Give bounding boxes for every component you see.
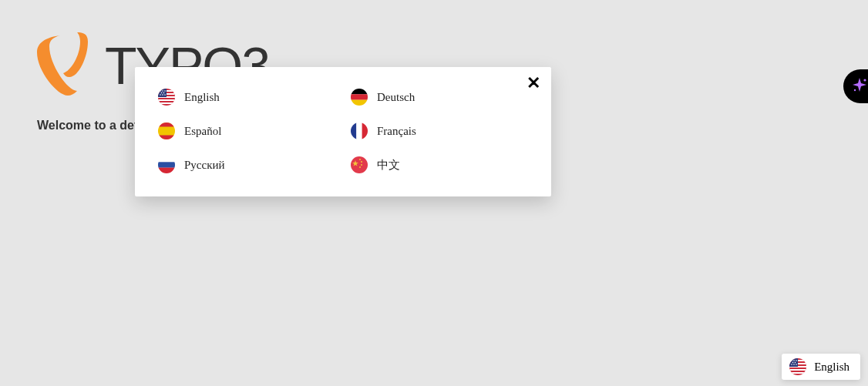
current-language-button[interactable]: English xyxy=(782,354,860,380)
flag-ru-icon xyxy=(158,156,175,173)
language-dialog: ✕ English xyxy=(135,67,551,196)
lang-label: Español xyxy=(184,125,221,138)
close-icon[interactable]: ✕ xyxy=(527,75,540,92)
svg-point-41 xyxy=(791,360,792,361)
lang-item-espanol[interactable]: Español xyxy=(158,123,335,139)
flag-de-icon xyxy=(351,89,368,106)
svg-point-15 xyxy=(164,94,166,96)
lang-label: 中文 xyxy=(377,158,400,173)
lang-item-english[interactable]: English xyxy=(158,89,335,106)
lang-label: Français xyxy=(377,125,416,138)
lang-label: English xyxy=(184,91,220,104)
svg-rect-22 xyxy=(351,123,356,139)
svg-point-30 xyxy=(359,159,361,160)
flag-es-icon xyxy=(158,123,175,139)
svg-point-48 xyxy=(796,364,797,365)
svg-point-47 xyxy=(793,364,795,365)
svg-rect-20 xyxy=(158,123,175,127)
lang-item-chinese[interactable]: 中文 xyxy=(351,156,528,173)
current-language-label: English xyxy=(814,361,849,374)
svg-point-50 xyxy=(854,89,856,91)
svg-rect-24 xyxy=(362,123,368,139)
svg-point-8 xyxy=(160,90,161,92)
svg-rect-40 xyxy=(789,358,798,367)
svg-rect-26 xyxy=(158,162,175,167)
flag-fr-icon xyxy=(351,123,368,139)
svg-point-45 xyxy=(795,362,796,364)
flag-us-icon xyxy=(158,89,175,106)
lang-item-russian[interactable]: Русский xyxy=(158,156,335,173)
svg-rect-5 xyxy=(158,99,175,101)
svg-rect-17 xyxy=(351,94,368,99)
svg-rect-23 xyxy=(356,123,362,139)
side-widget-button[interactable] xyxy=(843,69,868,103)
svg-point-42 xyxy=(793,360,795,361)
lang-label: Русский xyxy=(184,159,225,172)
svg-point-12 xyxy=(163,92,165,94)
svg-point-11 xyxy=(161,92,163,94)
svg-point-43 xyxy=(796,360,797,361)
flag-cn-icon xyxy=(351,156,368,173)
svg-rect-25 xyxy=(158,156,175,162)
svg-point-33 xyxy=(359,166,361,168)
svg-point-32 xyxy=(361,164,362,166)
typo3-logo-icon xyxy=(37,32,97,99)
svg-rect-21 xyxy=(158,136,175,140)
svg-point-31 xyxy=(361,161,362,163)
svg-rect-38 xyxy=(789,369,806,371)
svg-rect-18 xyxy=(351,100,368,106)
svg-rect-6 xyxy=(158,102,175,104)
flag-us-icon xyxy=(789,358,806,375)
svg-rect-16 xyxy=(351,89,368,94)
lang-label: Deutsch xyxy=(377,91,415,104)
lang-item-deutsch[interactable]: Deutsch xyxy=(351,89,528,106)
svg-point-14 xyxy=(162,94,163,96)
svg-point-13 xyxy=(160,94,161,96)
svg-rect-39 xyxy=(789,372,806,374)
sparkle-icon xyxy=(851,76,868,96)
svg-rect-27 xyxy=(158,168,175,173)
svg-rect-28 xyxy=(351,156,368,173)
svg-rect-7 xyxy=(158,89,167,97)
svg-point-49 xyxy=(863,79,866,81)
language-list: English Deutsch Español xyxy=(158,89,528,173)
svg-point-46 xyxy=(791,364,792,365)
svg-point-10 xyxy=(164,90,166,92)
svg-point-44 xyxy=(792,362,794,364)
lang-item-francais[interactable]: Français xyxy=(351,123,528,139)
svg-point-9 xyxy=(162,90,163,92)
